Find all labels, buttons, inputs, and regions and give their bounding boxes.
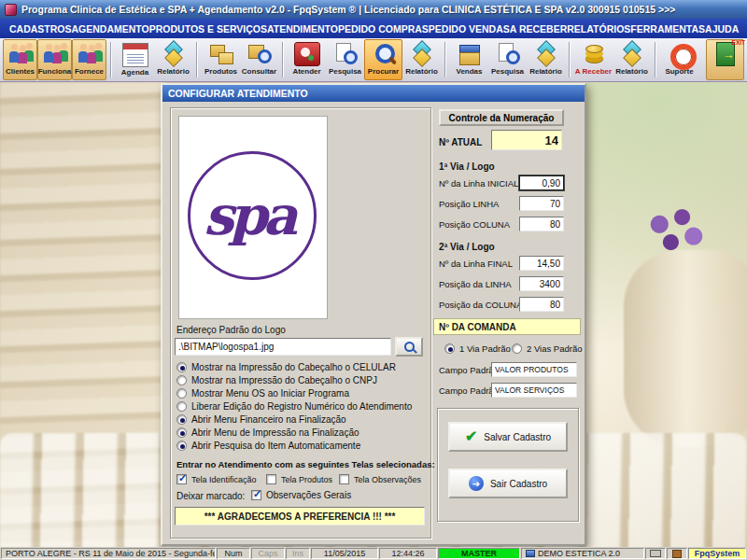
toolbar-separator (282, 42, 284, 77)
radio-icon[interactable] (176, 388, 187, 399)
save-button-label: Salvar Cadastro (484, 432, 551, 442)
current-number-field[interactable] (491, 130, 562, 150)
printer-icon (650, 550, 661, 557)
toolbar: Clientes Funciona Fornece Agenda Relatór… (0, 38, 747, 82)
toolbar-separator (110, 42, 112, 77)
radio-2-vias-padrao[interactable]: 2 Vias Padrão (512, 343, 583, 354)
checkbox-tela-produtos[interactable]: Tela Produtos (266, 474, 332, 484)
option-menu-financeiro[interactable]: Abrir Menu Financeiro na Finalização (176, 414, 346, 425)
checkbox-icon[interactable] (176, 474, 187, 484)
comanda-header: Nº DA COMANDA (433, 318, 581, 335)
agenda-icon (122, 43, 148, 67)
checkbox-icon[interactable] (266, 474, 276, 484)
window-title: Programa Clinica de Estética e SPA + Age… (21, 4, 675, 15)
dialog-title-bar[interactable]: CONFIGURAR ATENDIMENTO (162, 85, 585, 102)
checkbox-tela-identificacao[interactable]: Tela Identificação (176, 474, 257, 484)
spa-logo-text: spa (204, 184, 301, 247)
posicao-coluna-field[interactable] (519, 217, 564, 231)
radio-icon[interactable] (176, 427, 187, 438)
posicao-linha-field[interactable] (519, 196, 564, 211)
application-window: Programa Clinica de Estética e SPA + Age… (0, 0, 747, 560)
radio-icon[interactable] (176, 362, 187, 372)
exit-button-label: Sair Cadastro (490, 479, 547, 489)
toolbar-button-relatorio-receber[interactable]: Relatório (613, 39, 651, 80)
toolbar-spacer (698, 39, 706, 80)
thanks-message-field[interactable]: *** AGRADECEMOS A PREFERENCIA !!! *** (175, 507, 425, 525)
toolbar-button-consultar[interactable]: Consultar (240, 39, 278, 80)
arrow-icon: ➔ (469, 476, 484, 491)
option-cnpj[interactable]: Mostrar na Impressão do Cabeçalho o CNPJ (176, 375, 377, 385)
posicao-da-linha-field[interactable] (519, 276, 564, 291)
menu-item-cadastros[interactable]: CADASTROS (9, 23, 72, 35)
checkbox-icon[interactable] (251, 490, 261, 500)
toolbar-button-pesquisa-atendimento[interactable]: Pesquisa (326, 39, 364, 80)
option-menu-os[interactable]: Mostrar Menu OS ao Iniciar Programa (176, 388, 349, 399)
menu-item-a-receber[interactable]: A RECEBER (510, 23, 567, 35)
report-icon (619, 42, 645, 66)
logo-path-input[interactable] (175, 338, 391, 356)
purple-flower (642, 202, 713, 261)
toolbar-button-fornecedores[interactable]: Fornece (72, 39, 106, 80)
toolbar-button-relatorio-vendas[interactable]: Relatório (527, 39, 565, 80)
radio-icon[interactable] (176, 401, 187, 412)
dialog-title: CONFIGURAR ATENDIMENTO (168, 88, 308, 99)
toolbar-button-vendas[interactable]: Vendas (450, 39, 488, 80)
posicao-da-coluna-field[interactable] (519, 297, 564, 312)
campo-padrao-2-field[interactable] (491, 383, 577, 398)
toolbar-button-funcionarios[interactable]: Funciona (37, 39, 72, 80)
toolbar-button-exit[interactable]: EXIT (706, 39, 744, 80)
linha-inicial-field[interactable] (519, 175, 564, 190)
coins-icon (581, 42, 607, 66)
menu-item-atendimento[interactable]: ATENDIMENTO (267, 23, 338, 35)
status-printer-segment[interactable] (645, 548, 666, 559)
menu-item-produtos-servicos[interactable]: PRODUTOS E SERVIÇOS (149, 23, 267, 35)
toolbar-button-produtos[interactable]: Produtos (202, 39, 240, 80)
toolbar-button-procurar[interactable]: Procurar (364, 39, 402, 80)
exit-button[interactable]: ➔ Sair Cadastro (448, 469, 568, 498)
toolbar-button-relatorio-atendimento[interactable]: Relatório (402, 39, 441, 80)
toolbar-button-relatorio-agenda[interactable]: Relatório (154, 39, 192, 80)
toolbar-label: Relatório (529, 67, 562, 76)
option-menu-impressao[interactable]: Abrir Menu de Impressão na Finalização (176, 427, 359, 438)
option-pesquisa-item[interactable]: Abrir Pesquisa do Item Automaticamente (176, 441, 360, 451)
campo-padrao-1-field[interactable] (491, 362, 577, 377)
report-icon (533, 42, 559, 66)
browse-logo-button[interactable] (395, 337, 423, 357)
toolbar-button-agenda[interactable]: Agenda (116, 39, 154, 80)
toolbar-label: Fornece (75, 67, 104, 76)
toolbar-label: Vendas (456, 67, 482, 76)
save-button[interactable]: ✔ Salvar Cadastro (448, 422, 568, 452)
check-icon: ✔ (465, 429, 477, 444)
posicao-da-linha-label: Posição da LINHA (439, 279, 512, 289)
checkbox-tela-observacoes[interactable]: Tela Observações (339, 474, 421, 484)
toolbar-button-atender[interactable]: Atender (288, 39, 326, 80)
option-liberar-edicao[interactable]: Liberar Edição do Registro Numérico do A… (176, 401, 412, 412)
toolbar-label: Atender (292, 67, 320, 76)
report-icon (409, 42, 435, 66)
toolbar-button-pesquisa-vendas[interactable]: Pesquisa (488, 39, 527, 80)
toolbar-button-a-receber[interactable]: A Receber (574, 39, 613, 80)
linha-final-field[interactable] (519, 256, 564, 271)
radio-icon[interactable] (512, 343, 522, 354)
status-book-segment[interactable] (667, 548, 687, 559)
checkbox-observacoes-gerais[interactable]: Observações Gerais (251, 490, 351, 500)
toolbar-button-suporte[interactable]: Suporte (660, 39, 698, 80)
menu-item-agendamento[interactable]: AGENDAMENTO (72, 23, 149, 35)
menu-item-ajuda[interactable]: AJUDA (705, 23, 739, 35)
toolbar-button-clientes[interactable]: Clientes (3, 39, 37, 80)
radio-icon[interactable] (176, 375, 187, 385)
radio-icon[interactable] (176, 441, 187, 451)
option-label: Mostrar Menu OS ao Iniciar Programa (191, 388, 349, 399)
toolbar-label: Agenda (121, 68, 148, 77)
radio-icon[interactable] (176, 414, 187, 425)
radio-1-via-padrao[interactable]: 1 Via Padrão (444, 343, 511, 354)
menu-item-pedido-compras[interactable]: PEDIDO COMPRAS (338, 23, 429, 35)
radio-icon[interactable] (444, 343, 455, 354)
menu-item-relatorios[interactable]: RELATÓRIOS (567, 23, 630, 35)
toolbar-label: Procurar (368, 67, 399, 76)
checkbox-icon[interactable] (339, 474, 349, 484)
menu-item-ferramentas[interactable]: FERRAMENTAS (630, 23, 705, 35)
option-celular[interactable]: Mostrar na Impressão do Cabeçalho o CELU… (176, 362, 396, 372)
radio-label: 2 Vias Padrão (527, 343, 583, 354)
menu-item-pedido-vendas[interactable]: PEDIDO VENDAS (429, 23, 510, 35)
